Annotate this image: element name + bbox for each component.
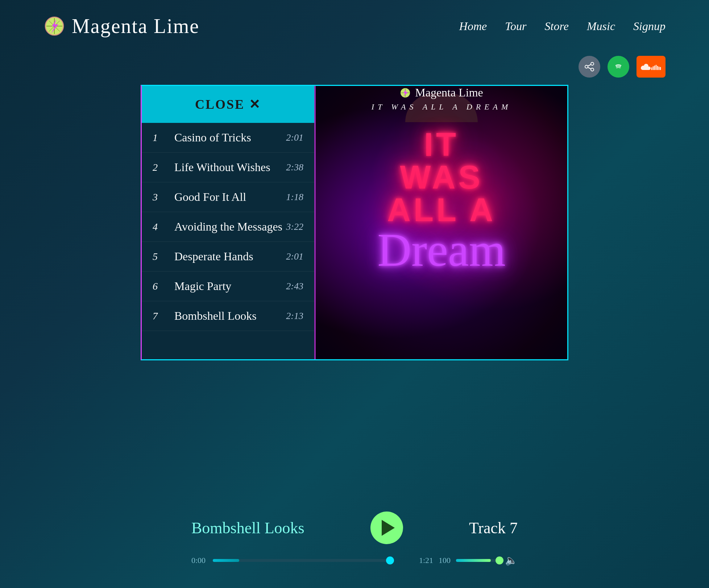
progress-bar[interactable] xyxy=(213,559,390,562)
spotify-button[interactable] xyxy=(608,56,629,78)
logo-icon xyxy=(43,15,65,37)
track-duration: 2:13 xyxy=(286,311,303,322)
playback-top-row: Bombshell Looks Track 7 xyxy=(191,512,518,544)
close-label: CLOSE ✕ xyxy=(195,97,261,112)
close-tracklist-button[interactable]: CLOSE ✕ xyxy=(142,86,314,123)
header: Magenta Lime Home Tour Store Music Signu… xyxy=(0,0,709,52)
track-name: Bombshell Looks xyxy=(174,309,286,323)
track-num: 1 xyxy=(153,132,167,144)
track-name: Desperate Hands xyxy=(174,250,286,263)
track-duration: 3:22 xyxy=(286,221,303,232)
album-art-panel: IT WAS ALL A Dream Magenta Lime IT WAS A… xyxy=(316,86,567,359)
track-item[interactable]: 2 Life Without Wishes 2:38 xyxy=(142,153,314,182)
volume-value: 100 xyxy=(439,556,451,565)
volume-bar[interactable] xyxy=(456,559,499,562)
svg-point-2 xyxy=(591,62,594,65)
current-time: 0:00 xyxy=(191,556,206,565)
total-time: 1:21 xyxy=(419,556,433,565)
album-info: Magenta Lime IT WAS ALL A DREAM xyxy=(316,86,567,126)
volume-section: 1:21 100 🔈 xyxy=(419,554,518,566)
volume-fill xyxy=(456,559,491,562)
play-icon xyxy=(382,520,395,536)
track-item[interactable]: 1 Casino of Tricks 2:01 xyxy=(142,123,314,153)
track-list: 1 Casino of Tricks 2:01 2 Life Without W… xyxy=(142,123,314,359)
track-item[interactable]: 4 Avoiding the Messages 3:22 xyxy=(142,212,314,242)
track-duration: 2:38 xyxy=(286,162,303,173)
track-num: 3 xyxy=(153,191,167,203)
svg-line-5 xyxy=(588,65,591,66)
nav-signup[interactable]: Signup xyxy=(633,20,666,33)
track-name: Life Without Wishes xyxy=(174,161,286,174)
nav-store[interactable]: Store xyxy=(545,20,569,33)
tracklist-panel: CLOSE ✕ 1 Casino of Tricks 2:01 2 Life W… xyxy=(142,86,316,359)
nav-home[interactable]: Home xyxy=(459,20,487,33)
play-button[interactable] xyxy=(370,512,403,544)
track-num: 7 xyxy=(153,310,167,322)
svg-point-4 xyxy=(591,68,594,71)
share-button[interactable] xyxy=(579,56,600,78)
album-artist-name: Magenta Lime xyxy=(415,86,483,99)
track-name: Avoiding the Messages xyxy=(174,220,286,233)
track-name: Magic Party xyxy=(174,279,286,293)
svg-point-3 xyxy=(585,65,588,68)
track-num: 2 xyxy=(153,162,167,173)
logo-text: Magenta Lime xyxy=(72,15,199,38)
neon-sign: IT WAS ALL A Dream xyxy=(377,128,506,273)
track-num: 4 xyxy=(153,221,167,233)
nav-tour[interactable]: Tour xyxy=(505,20,526,33)
track-duration: 2:01 xyxy=(286,132,303,143)
track-duration: 2:43 xyxy=(286,281,303,292)
track-number: Track 7 xyxy=(469,519,518,537)
now-playing-title: Bombshell Looks xyxy=(191,519,304,537)
social-icons xyxy=(579,56,666,78)
album-artist: Magenta Lime xyxy=(316,86,567,99)
track-item[interactable]: 6 Magic Party 2:43 xyxy=(142,272,314,301)
track-name: Good For It All xyxy=(174,190,286,204)
progress-section: 0:00 1:21 100 🔈 xyxy=(191,554,518,566)
progress-fill xyxy=(213,559,239,562)
player-container: CLOSE ✕ 1 Casino of Tricks 2:01 2 Life W… xyxy=(141,85,568,360)
album-title: IT WAS ALL A DREAM xyxy=(316,102,567,112)
logo-area: Magenta Lime xyxy=(43,15,199,38)
playback-controls: Bombshell Looks Track 7 0:00 1:21 100 🔈 xyxy=(0,512,709,566)
volume-handle[interactable] xyxy=(496,556,503,564)
track-item[interactable]: 7 Bombshell Looks 2:13 xyxy=(142,301,314,331)
track-item[interactable]: 3 Good For It All 1:18 xyxy=(142,182,314,212)
progress-handle[interactable] xyxy=(386,556,394,564)
svg-point-7 xyxy=(614,62,623,71)
volume-icon[interactable]: 🔈 xyxy=(505,554,518,566)
track-item[interactable]: 5 Desperate Hands 2:01 xyxy=(142,242,314,272)
main-content: CLOSE ✕ 1 Casino of Tricks 2:01 2 Life W… xyxy=(0,52,709,368)
track-num: 5 xyxy=(153,251,167,262)
svg-line-6 xyxy=(588,67,591,69)
track-name: Casino of Tricks xyxy=(174,131,286,144)
nav-music[interactable]: Music xyxy=(587,20,615,33)
track-duration: 1:18 xyxy=(286,192,303,203)
soundcloud-button[interactable] xyxy=(637,56,666,78)
track-num: 6 xyxy=(153,281,167,292)
track-duration: 2:01 xyxy=(286,251,303,262)
main-nav: Home Tour Store Music Signup xyxy=(459,20,666,33)
